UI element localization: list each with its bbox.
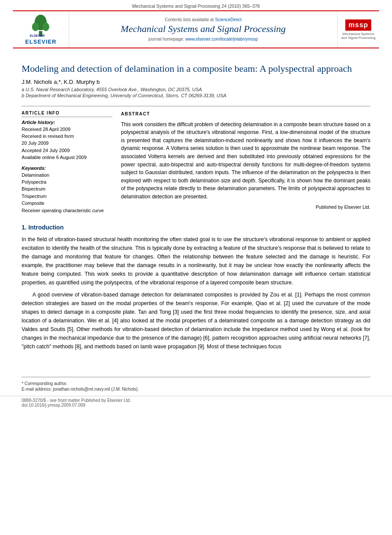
footer-divider <box>22 377 370 377</box>
section-intro-title: 1. Introduction <box>22 224 370 231</box>
mssp-logo-block: mssp Mechanical Systemsand Signal Proces… <box>341 19 376 40</box>
issn-line: 0888-3270/$ - see front matter Published… <box>22 398 370 403</box>
article-info-column: ARTICLE INFO Article history: Received 2… <box>22 111 112 214</box>
abstract-column: ABSTRACT This work considers the difficu… <box>121 111 370 214</box>
section-number: 1. <box>22 224 27 231</box>
keyword-3: Bispectrum <box>22 186 112 192</box>
elsevier-tree-icon: ELSEVIER <box>28 14 54 38</box>
email-note-text: E-mail address: jonathan.nichols@nrl.nav… <box>22 387 139 392</box>
keywords-label: Keywords: <box>22 166 112 171</box>
elsevier-logo: ELSEVIER ELSEVIER <box>25 14 56 45</box>
info-abstract-columns: ARTICLE INFO Article history: Received 2… <box>22 106 370 214</box>
journal-reference-text: Mechanical Systems and Signal Processing… <box>132 3 260 9</box>
keyword-6: Receiver operating characteristic curve <box>22 207 112 214</box>
mssp-logo-text: mssp <box>345 19 371 31</box>
abstract-header: ABSTRACT <box>121 111 370 117</box>
journal-homepage-link[interactable]: www.elsevier.com/locate/jnlabr/ymssp <box>185 37 258 41</box>
intro-paragraph-1: In the field of vibration-based structur… <box>22 235 370 287</box>
authors-text: J.M. Nichols a,*, K.D. Murphy b <box>22 79 100 85</box>
keyword-4: Trispectrum <box>22 193 112 200</box>
affiliation-b: b Department of Mechanical Engineering, … <box>22 93 370 98</box>
elsevier-logo-area: ELSEVIER ELSEVIER <box>13 11 69 48</box>
article-title: Modeling and detection of delamination i… <box>22 62 370 75</box>
history-item-5: Available online 6 August 2009 <box>22 154 112 161</box>
published-by: Published by Elsevier Ltd. <box>121 204 370 211</box>
journal-homepage: journal homepage: www.elsevier.com/locat… <box>148 37 258 41</box>
section-title: Introduction <box>29 224 64 231</box>
article-history-label: Article history: <box>22 120 112 125</box>
mssp-logo-area: mssp Mechanical Systemsand Signal Proces… <box>337 11 379 48</box>
intro-body: In the field of vibration-based structur… <box>22 235 370 351</box>
page: Mechanical Systems and Signal Processing… <box>0 0 392 535</box>
doi-line: doi:10.1016/j.ymssp.2009.07.009 <box>22 403 370 408</box>
science-direct-line: Contents lists available at ScienceDirec… <box>165 17 242 22</box>
journal-header-banner: ELSEVIER ELSEVIER Contents lists availab… <box>13 10 379 48</box>
keyword-2: Polyspectra <box>22 179 112 185</box>
article-info-header: ARTICLE INFO <box>22 111 112 117</box>
footnote-area: * Corresponding author. E-mail address: … <box>0 379 392 394</box>
svg-point-2 <box>32 22 39 31</box>
corresponding-author-note: * Corresponding author. <box>22 381 370 386</box>
svg-point-3 <box>42 22 49 31</box>
abstract-text: This work considers the difficult proble… <box>121 121 370 201</box>
intro-paragraph-2: A good overview of vibration-based damag… <box>22 290 370 351</box>
email-note: E-mail address: jonathan.nichols@nrl.nav… <box>22 387 370 392</box>
journal-reference-line: Mechanical Systems and Signal Processing… <box>0 0 392 10</box>
abstract-paragraph: This work considers the difficult proble… <box>121 121 370 201</box>
footer-bottom: 0888-3270/$ - see front matter Published… <box>0 396 392 411</box>
elsevier-wordmark: ELSEVIER <box>25 38 56 45</box>
svg-text:ELSEVIER: ELSEVIER <box>30 34 45 37</box>
keyword-1: Delamination <box>22 172 112 178</box>
science-direct-link[interactable]: ScienceDirect <box>215 17 242 22</box>
journal-title: Mechanical Systems and Signal Processing <box>121 23 286 35</box>
history-item-3: 20 July 2009 <box>22 140 112 146</box>
main-content: Modeling and detection of delamination i… <box>0 48 392 364</box>
mssp-subtitle: Mechanical Systemsand Signal Processing <box>341 32 376 40</box>
history-item-1: Received 28 April 2009 <box>22 126 112 133</box>
keyword-5: Composite <box>22 200 112 207</box>
journal-title-area: Contents lists available at ScienceDirec… <box>69 11 337 48</box>
history-item-2: Received in revised form <box>22 133 112 140</box>
history-item-4: Accepted 24 July 2009 <box>22 147 112 154</box>
authors-line: J.M. Nichols a,*, K.D. Murphy b <box>22 79 370 85</box>
affiliation-a: a U.S. Naval Research Laboratory, 4555 O… <box>22 87 370 92</box>
